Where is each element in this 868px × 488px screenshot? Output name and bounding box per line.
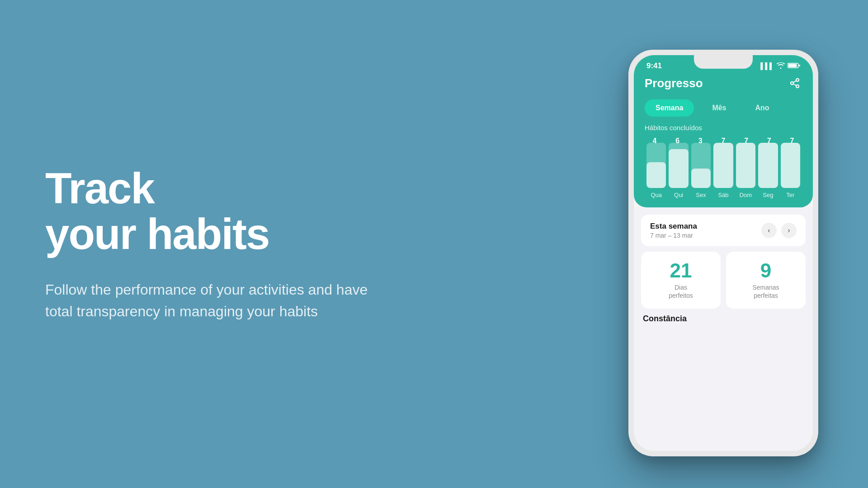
bar-sex: Sex [691, 143, 711, 198]
signal-icon: ▌▌▌ [760, 62, 774, 70]
consistencia-title: Constância [643, 314, 804, 324]
bar-label-sab: Sáb [718, 192, 728, 198]
next-arrow[interactable]: › [781, 223, 797, 238]
nav-arrows: ‹ › [761, 223, 797, 238]
phone-notch [694, 55, 753, 69]
stat-card-dias: 21 Diasperfeitos [641, 252, 721, 309]
tab-ano[interactable]: Ano [745, 99, 780, 117]
bar-qui: Qui [669, 143, 688, 198]
app-header: Progresso [634, 74, 813, 99]
bar-label-dom: Dom [740, 192, 752, 198]
week-dates: 7 mar – 13 mar [650, 232, 761, 239]
stat-number-dias: 21 [648, 261, 713, 281]
headline-line1: Track [45, 164, 154, 212]
bar-seg: Seg [758, 143, 778, 198]
bar-dom: Dom [736, 143, 755, 198]
prev-arrow[interactable]: ‹ [761, 223, 777, 238]
tab-semana[interactable]: Semana [645, 99, 694, 117]
tab-bar: Semana Mês Ano [634, 99, 813, 124]
battery-icon [788, 62, 800, 70]
bar-sab: Sáb [713, 143, 733, 198]
bar-label-qui: Qui [674, 192, 683, 198]
chart-bars: Qua Qui Sex Sáb [645, 149, 802, 198]
bar-label-seg: Seg [763, 192, 773, 198]
status-time: 9:41 [646, 61, 662, 70]
right-section: 9:41 ▌▌▌ [606, 0, 868, 488]
left-section: Track your habits Follow the performance… [0, 130, 606, 358]
svg-rect-1 [788, 64, 797, 67]
headline: Track your habits [45, 166, 570, 257]
bar-label-sex: Sex [696, 192, 706, 198]
svg-line-6 [793, 84, 797, 86]
bar-label-ter: Ter [786, 192, 794, 198]
share-icon[interactable] [788, 76, 802, 90]
bar-label-qua: Qua [651, 192, 662, 198]
stats-cards: 21 Diasperfeitos 9 Semanasperfeitas [641, 252, 806, 309]
svg-line-7 [793, 81, 797, 83]
status-icons: ▌▌▌ [760, 62, 800, 70]
app-title: Progresso [645, 76, 703, 90]
week-title: Esta semana [650, 222, 761, 231]
stat-label-dias: Diasperfeitos [648, 283, 713, 300]
svg-rect-2 [799, 65, 800, 66]
phone-mockup: 9:41 ▌▌▌ [628, 50, 818, 456]
subheadline: Follow the performance of your activitie… [45, 279, 389, 322]
chart-label: Hábitos concluídos [645, 124, 802, 131]
phone-inner: 9:41 ▌▌▌ [634, 55, 813, 451]
stat-number-semanas: 9 [733, 261, 798, 281]
week-info: Esta semana 7 mar – 13 mar [650, 222, 761, 239]
chart-section: Hábitos concluídos 4 6 3 7 7 7 7 Qua [634, 124, 813, 207]
headline-line2: your habits [45, 210, 269, 258]
bar-ter: Ter [781, 143, 800, 198]
wifi-icon [777, 62, 785, 70]
stat-card-semanas: 9 Semanasperfeitas [726, 252, 806, 309]
tab-mes[interactable]: Mês [701, 99, 737, 117]
stat-label-semanas: Semanasperfeitas [733, 283, 798, 300]
white-content: Esta semana 7 mar – 13 mar ‹ › 21 Diaspe… [634, 207, 813, 451]
bar-qua: Qua [646, 143, 666, 198]
week-nav: Esta semana 7 mar – 13 mar ‹ › [641, 215, 806, 246]
consistencia-section: Constância [641, 314, 806, 324]
